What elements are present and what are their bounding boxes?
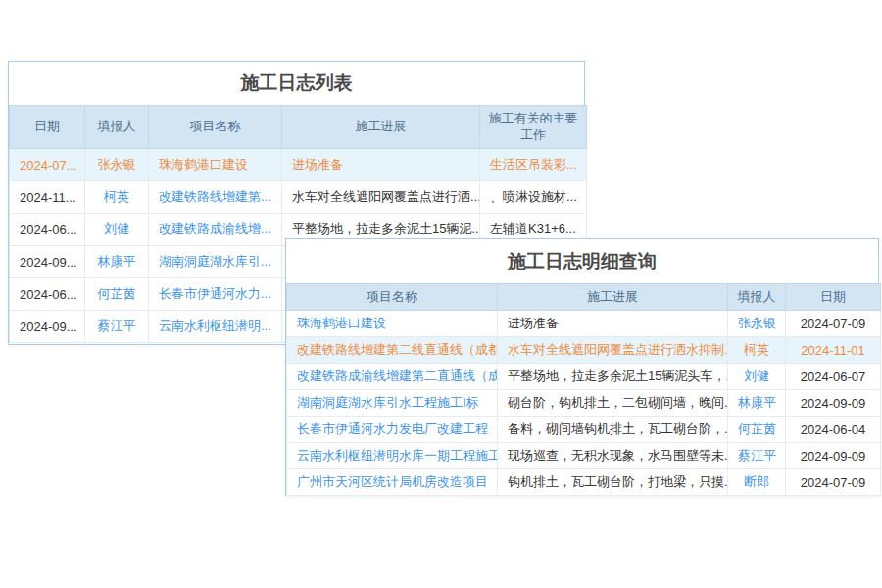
cell-progress: 水车对全线遮阳网覆盖点进行洒... bbox=[282, 181, 480, 214]
table-row[interactable]: 云南水利枢纽潜明水库一期工程施工I标 现场巡查，无积水现象，水马围壁等未... … bbox=[287, 443, 881, 469]
cell-reporter-link[interactable]: 何芷茵 bbox=[728, 416, 786, 443]
cell-date: 2024-09-09 bbox=[786, 443, 881, 469]
cell-main-work: 生活区吊装彩... bbox=[480, 149, 587, 181]
list-col-progress: 施工进展 bbox=[282, 106, 480, 149]
cell-date: 2024-07... bbox=[10, 149, 85, 181]
cell-project-link[interactable]: 长春市伊通河水力发电厂改建工程 bbox=[287, 416, 498, 443]
cell-reporter-link[interactable]: 刘健 bbox=[728, 364, 786, 390]
detail-col-date: 日期 bbox=[786, 284, 881, 311]
table-row[interactable]: 湖南洞庭湖水库引水工程施工I标 砌台阶，钩机排土，二包砌间墙，晚间... 林康平… bbox=[287, 390, 881, 416]
cell-date: 2024-09... bbox=[10, 246, 85, 278]
cell-date: 2024-06-04 bbox=[786, 416, 881, 443]
list-table-header-row: 日期 填报人 项目名称 施工进展 施工有关的主要工作 bbox=[10, 106, 587, 149]
table-row[interactable]: 改建铁路成渝线增建第二直通线（成渝 平整场地，拉走多余泥土15辆泥头车，... … bbox=[287, 364, 881, 390]
cell-reporter-link[interactable]: 刘健 bbox=[85, 214, 149, 246]
cell-reporter-link[interactable]: 张永银 bbox=[85, 149, 149, 181]
cell-project-link[interactable]: 云南水利枢纽潜明水库一期工程施工I标 bbox=[287, 443, 498, 469]
cell-reporter-link[interactable]: 蔡江平 bbox=[728, 443, 786, 469]
cell-reporter-link[interactable]: 何芷茵 bbox=[85, 278, 149, 311]
cell-project-link[interactable]: 湖南洞庭湖水库引水工程施工I标 bbox=[287, 390, 498, 416]
cell-reporter-link[interactable]: 柯英 bbox=[85, 181, 149, 214]
cell-date: 2024-11... bbox=[10, 181, 85, 214]
cell-project-link[interactable]: 珠海鹤港口建设 bbox=[287, 311, 498, 337]
detail-col-reporter: 填报人 bbox=[728, 284, 786, 311]
cell-main-work: 、喷淋设施材... bbox=[480, 181, 587, 214]
table-row[interactable]: 广州市天河区统计局机房改造项目 钩机排土，瓦工砌台阶，打地梁，只摸... 断郎 … bbox=[287, 469, 881, 496]
cell-progress: 平整场地，拉走多余泥土15辆泥头车，... bbox=[498, 364, 728, 390]
page: 施工日志列表 日期 填报人 项目名称 施工进展 施工有关的主要工作 2024-0… bbox=[0, 0, 882, 588]
list-col-project: 项目名称 bbox=[149, 106, 282, 149]
cell-progress: 钩机排土，瓦工砌台阶，打地梁，只摸... bbox=[498, 469, 728, 496]
cell-project-link[interactable]: 改建铁路成渝线增建第二直通线（成渝 bbox=[287, 364, 498, 390]
list-panel-title: 施工日志列表 bbox=[9, 62, 584, 105]
list-col-reporter: 填报人 bbox=[85, 106, 149, 149]
cell-date: 2024-06... bbox=[10, 278, 85, 311]
cell-project-link[interactable]: 长春市伊通河水力... bbox=[149, 278, 282, 311]
cell-project-link[interactable]: 珠海鹤港口建设 bbox=[149, 149, 282, 181]
detail-panel-title: 施工日志明细查询 bbox=[286, 239, 878, 283]
cell-project-link[interactable]: 广州市天河区统计局机房改造项目 bbox=[287, 469, 498, 496]
cell-date: 2024-11-01 bbox=[786, 337, 881, 364]
list-col-date: 日期 bbox=[10, 106, 85, 149]
cell-date: 2024-06-07 bbox=[786, 364, 881, 390]
cell-progress: 现场巡查，无积水现象，水马围壁等未... bbox=[498, 443, 728, 469]
cell-progress: 备料，砌间墙钩机排土，瓦工砌台阶，... bbox=[498, 416, 728, 443]
cell-progress: 进场准备 bbox=[498, 311, 728, 337]
cell-project-link[interactable]: 改建铁路成渝线增... bbox=[149, 214, 282, 246]
table-row[interactable]: 改建铁路线增建第二线直通线（成都-西 水车对全线遮阳网覆盖点进行洒水抑制... … bbox=[287, 337, 881, 364]
construction-log-detail-table: 项目名称 施工进展 填报人 日期 珠海鹤港口建设 进场准备 张永银 2024-0… bbox=[286, 283, 881, 496]
cell-reporter-link[interactable]: 柯英 bbox=[728, 337, 786, 364]
cell-reporter-link[interactable]: 张永银 bbox=[728, 311, 786, 337]
detail-col-project: 项目名称 bbox=[287, 284, 498, 311]
detail-table-header-row: 项目名称 施工进展 填报人 日期 bbox=[287, 284, 881, 311]
cell-reporter-link[interactable]: 蔡江平 bbox=[85, 311, 149, 343]
cell-project-link[interactable]: 云南水利枢纽潜明... bbox=[149, 311, 282, 343]
table-row[interactable]: 2024-11... 柯英 改建铁路线增建第... 水车对全线遮阳网覆盖点进行洒… bbox=[10, 181, 587, 214]
list-col-main-work: 施工有关的主要工作 bbox=[480, 106, 587, 149]
cell-progress: 水车对全线遮阳网覆盖点进行洒水抑制... bbox=[498, 337, 728, 364]
cell-date: 2024-06... bbox=[10, 214, 85, 246]
cell-project-link[interactable]: 湖南洞庭湖水库引... bbox=[149, 246, 282, 278]
cell-reporter-link[interactable]: 断郎 bbox=[728, 469, 786, 496]
table-row[interactable]: 2024-07... 张永银 珠海鹤港口建设 进场准备 生活区吊装彩... bbox=[10, 149, 587, 181]
cell-reporter-link[interactable]: 林康平 bbox=[85, 246, 149, 278]
cell-project-link[interactable]: 改建铁路线增建第二线直通线（成都-西 bbox=[287, 337, 498, 364]
cell-date: 2024-09-09 bbox=[786, 390, 881, 416]
cell-date: 2024-07-09 bbox=[786, 469, 881, 496]
cell-project-link[interactable]: 改建铁路线增建第... bbox=[149, 181, 282, 214]
detail-col-progress: 施工进展 bbox=[498, 284, 728, 311]
construction-log-detail-panel: 施工日志明细查询 项目名称 施工进展 填报人 日期 珠海鹤港口建设 进场准备 张… bbox=[285, 238, 879, 496]
cell-progress: 进场准备 bbox=[282, 149, 480, 181]
table-row[interactable]: 长春市伊通河水力发电厂改建工程 备料，砌间墙钩机排土，瓦工砌台阶，... 何芷茵… bbox=[287, 416, 881, 443]
cell-date: 2024-09... bbox=[10, 311, 85, 343]
cell-reporter-link[interactable]: 林康平 bbox=[728, 390, 786, 416]
cell-progress: 砌台阶，钩机排土，二包砌间墙，晚间... bbox=[498, 390, 728, 416]
cell-date: 2024-07-09 bbox=[786, 311, 881, 337]
table-row[interactable]: 珠海鹤港口建设 进场准备 张永银 2024-07-09 bbox=[287, 311, 881, 337]
